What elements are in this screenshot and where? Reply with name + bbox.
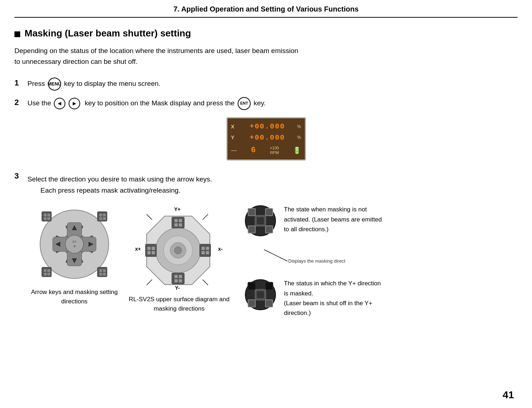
svg-rect-50 <box>174 279 178 282</box>
lcd-screen: X +00.000 % Y +00.000 % — 6 ×100RPM 🔋 <box>226 117 306 161</box>
step-1-text: Press MENU key to display the menu scree… <box>27 78 160 91</box>
svg-rect-88 <box>257 291 264 298</box>
step-2-text: Use the ◄ ► key to position on the Mask … <box>27 97 266 110</box>
svg-rect-13 <box>44 214 47 216</box>
intro-line2: to unnecessary direction can be shut off… <box>14 58 138 65</box>
svg-rect-73 <box>266 226 272 233</box>
svg-rect-22 <box>42 267 52 277</box>
lcd-battery-icon: 🔋 <box>293 146 301 154</box>
step-3-content: Select the direction you desire to mask … <box>27 174 382 318</box>
svg-text:⊕: ⊕ <box>73 245 76 248</box>
lcd-6-value: 6 <box>251 146 256 155</box>
lcd-dash: — <box>231 147 237 154</box>
state-section: The state when masking is not activated.… <box>244 205 382 318</box>
intro-line1: Depending on the status of the location … <box>14 47 298 54</box>
header-text: 7. Applied Operation and Setting of Vari… <box>173 5 359 13</box>
right-arrow-key: ► <box>69 98 80 109</box>
svg-rect-23 <box>44 269 47 272</box>
rlsv2s-diagram: Y+ x+ x- Y- <box>132 205 226 291</box>
svg-line-39 <box>203 280 208 285</box>
svg-rect-58 <box>202 247 205 250</box>
svg-rect-44 <box>179 219 182 222</box>
svg-point-5 <box>65 235 83 253</box>
svg-rect-55 <box>147 251 151 254</box>
svg-text:Displays the masking direction: Displays the masking direction <box>288 258 345 264</box>
svg-rect-17 <box>97 211 107 221</box>
svg-rect-67 <box>248 209 255 215</box>
state-icon-not-activated <box>244 205 277 239</box>
page-number: 41 <box>503 389 514 401</box>
svg-rect-43 <box>174 219 178 222</box>
dpad-diagram: XY XY <box>35 205 114 284</box>
svg-line-37 <box>203 214 208 220</box>
svg-line-76 <box>264 250 287 261</box>
svg-rect-57 <box>199 244 211 257</box>
svg-rect-26 <box>47 273 50 276</box>
svg-rect-53 <box>147 247 151 250</box>
svg-rect-84 <box>248 300 255 307</box>
svg-rect-12 <box>42 211 52 221</box>
svg-rect-14 <box>47 214 50 216</box>
lcd-y-value: +00.000 <box>250 133 285 142</box>
svg-rect-19 <box>103 214 106 216</box>
svg-rect-16 <box>47 217 50 220</box>
lcd-x-value: +00.000 <box>250 122 285 131</box>
svg-rect-42 <box>172 217 185 228</box>
svg-point-64 <box>174 247 182 254</box>
svg-rect-49 <box>179 275 182 278</box>
lcd-y-label: Y <box>231 135 238 140</box>
lcd-rpm-unit: ×100RPM <box>270 146 279 155</box>
annotation-container: Displays the masking direction <box>244 246 382 266</box>
step-2: 2 Use the ◄ ► key to position on the Mas… <box>14 97 518 110</box>
svg-rect-71 <box>248 226 255 233</box>
svg-rect-48 <box>174 275 178 278</box>
svg-rect-21 <box>103 217 106 220</box>
rlsv2s-svg: Y+ x+ x- Y- <box>132 205 226 291</box>
lcd-y-unit: % <box>297 135 301 140</box>
lcd-row-x: X +00.000 % <box>231 122 301 131</box>
svg-rect-29 <box>103 269 106 272</box>
svg-rect-28 <box>99 269 102 272</box>
svg-rect-15 <box>44 217 47 220</box>
ent-key: ENT <box>238 97 251 110</box>
state-icon-y-plus-masked <box>244 278 277 313</box>
svg-rect-69 <box>266 209 272 215</box>
title-bullet <box>14 31 20 37</box>
svg-rect-47 <box>172 273 185 284</box>
step-3-text1: Select the direction you desire to mask … <box>27 174 382 185</box>
svg-rect-18 <box>99 214 102 216</box>
step-3-text2: Each press repeats mask activating/relea… <box>40 185 382 196</box>
page-header: 7. Applied Operation and Setting of Vari… <box>14 0 518 18</box>
svg-rect-24 <box>47 269 50 272</box>
state-not-activated-text: The state when masking is not activated.… <box>284 205 382 234</box>
svg-line-36 <box>147 214 152 220</box>
svg-rect-82 <box>266 283 272 289</box>
menu-key: MENU <box>48 78 61 91</box>
lcd-row-y: Y +00.000 % <box>231 133 301 142</box>
page-container: 7. Applied Operation and Setting of Vari… <box>0 0 532 408</box>
arrow-keys-section: XY XY <box>27 205 121 306</box>
step-2-number: 2 <box>14 98 27 107</box>
dpad-svg: XY XY <box>36 206 112 282</box>
svg-text:x+: x+ <box>135 246 141 252</box>
svg-text:Y+: Y+ <box>174 206 181 212</box>
svg-rect-25 <box>44 273 47 276</box>
lcd-x-unit: % <box>297 124 301 129</box>
annotation-svg: Displays the masking direction <box>244 246 345 264</box>
lcd-x-label: X <box>231 124 238 130</box>
svg-rect-46 <box>179 223 182 227</box>
svg-rect-86 <box>266 300 272 307</box>
intro-paragraph: Depending on the status of the location … <box>14 45 518 67</box>
section-title-text: Masking (Laser beam shutter) setting <box>25 28 191 39</box>
arrow-keys-label: Arrow keys and masking setting direction… <box>27 288 121 306</box>
step-1: 1 Press MENU key to display the menu scr… <box>14 78 518 91</box>
left-arrow-key: ◄ <box>54 98 65 109</box>
state-not-activated: The state when masking is not activated.… <box>244 205 382 239</box>
svg-rect-30 <box>99 273 102 276</box>
lcd-bottom-row: — 6 ×100RPM 🔋 <box>231 146 301 155</box>
step-3: 3 Select the direction you desire to mas… <box>14 171 518 318</box>
svg-text:XY: XY <box>72 240 77 244</box>
svg-rect-75 <box>257 217 264 224</box>
svg-rect-61 <box>206 251 209 254</box>
svg-rect-20 <box>99 217 102 220</box>
